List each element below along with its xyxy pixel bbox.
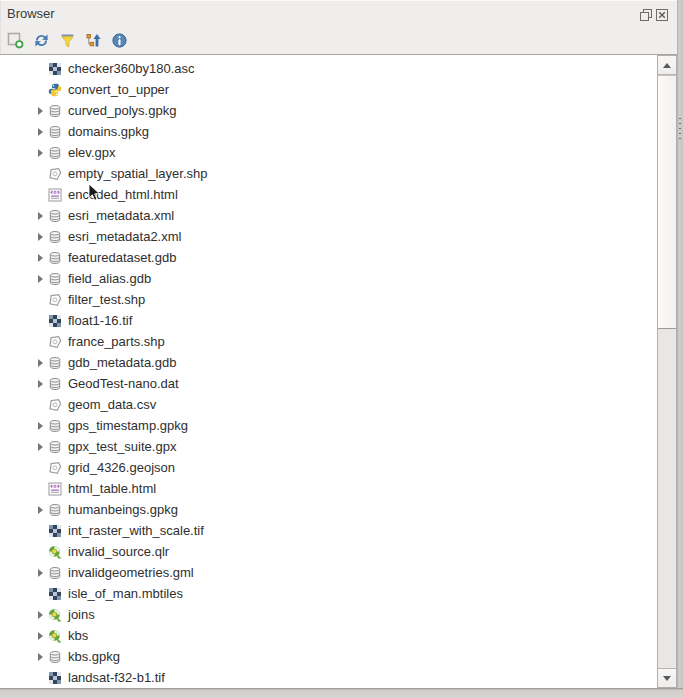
- tree-item[interactable]: esri_metadata.xml: [0, 205, 683, 226]
- tree-item-label: grid_4326.geojson: [68, 460, 175, 475]
- tree-item[interactable]: landsat-f32-b1.tif: [0, 667, 683, 688]
- tree-item-label: humanbeings.gpkg: [68, 502, 178, 517]
- tree-item[interactable]: kbs: [0, 625, 683, 646]
- tree-item[interactable]: GeodTest-nano.dat: [0, 373, 683, 394]
- html-icon: [47, 187, 63, 203]
- browser-tree[interactable]: checker360by180.ascconvert_to_uppercurve…: [0, 54, 683, 688]
- tree-item[interactable]: filter_test.shp: [0, 289, 683, 310]
- chevron-right-icon: [38, 149, 43, 157]
- expand-arrow-icon[interactable]: [33, 212, 47, 220]
- tree-item[interactable]: int_raster_with_scale.tif: [0, 520, 683, 541]
- tree-item[interactable]: curved_polys.gpkg: [0, 100, 683, 121]
- expand-arrow-icon[interactable]: [33, 254, 47, 262]
- expand-arrow-icon[interactable]: [33, 443, 47, 451]
- tree-item[interactable]: field_alias.gdb: [0, 268, 683, 289]
- tree-item-label: landsat-f32-b1.tif: [68, 670, 165, 685]
- tree-item[interactable]: gps_timestamp.gpkg: [0, 415, 683, 436]
- raster-icon: [47, 313, 63, 329]
- tree-item[interactable]: kbs.gpkg: [0, 646, 683, 667]
- tree-item[interactable]: domains.gpkg: [0, 121, 683, 142]
- expand-arrow-icon[interactable]: [33, 632, 47, 640]
- vertical-scrollbar[interactable]: [657, 55, 677, 688]
- expand-arrow-icon[interactable]: [33, 275, 47, 283]
- chevron-right-icon: [38, 254, 43, 262]
- expand-arrow-icon[interactable]: [33, 359, 47, 367]
- expand-arrow-icon[interactable]: [33, 611, 47, 619]
- expand-arrow-icon[interactable]: [33, 380, 47, 388]
- chevron-right-icon: [38, 506, 43, 514]
- tree-item[interactable]: invalidgeometries.gml: [0, 562, 683, 583]
- tree-item[interactable]: humanbeings.gpkg: [0, 499, 683, 520]
- qgis-icon: [47, 628, 63, 644]
- chevron-right-icon: [38, 443, 43, 451]
- database-icon: [47, 565, 63, 581]
- add-selected-layers-button[interactable]: [2, 28, 28, 52]
- expand-arrow-icon[interactable]: [33, 107, 47, 115]
- expand-arrow-icon[interactable]: [33, 422, 47, 430]
- tree-item-label: html_table.html: [68, 481, 156, 496]
- info-icon: [111, 32, 128, 49]
- database-icon: [47, 124, 63, 140]
- scroll-down-button[interactable]: [658, 668, 676, 687]
- tree-item[interactable]: esri_metadata2.xml: [0, 226, 683, 247]
- tree-item[interactable]: gdb_metadata.gdb: [0, 352, 683, 373]
- panel-titlebar: Browser: [0, 0, 677, 27]
- database-icon: [47, 649, 63, 665]
- expand-arrow-icon[interactable]: [33, 506, 47, 514]
- tree-item-label: field_alias.gdb: [68, 271, 151, 286]
- expand-arrow-icon[interactable]: [33, 233, 47, 241]
- expand-arrow-icon[interactable]: [33, 569, 47, 577]
- raster-icon: [47, 586, 63, 602]
- tree-item[interactable]: invalid_source.qlr: [0, 541, 683, 562]
- scrollbar-thumb[interactable]: [658, 75, 676, 329]
- tree-item-label: gdb_metadata.gdb: [68, 355, 176, 370]
- chevron-right-icon: [38, 380, 43, 388]
- vector-icon: [47, 460, 63, 476]
- scroll-down-icon: [663, 676, 671, 681]
- expand-arrow-icon[interactable]: [33, 653, 47, 661]
- raster-icon: [47, 61, 63, 77]
- tree-item-label: elev.gpx: [68, 145, 115, 160]
- database-icon: [47, 103, 63, 119]
- panel-title: Browser: [7, 6, 55, 21]
- tree-item[interactable]: joins: [0, 604, 683, 625]
- tree-item-label: invalid_source.qlr: [68, 544, 169, 559]
- tree-item-label: geom_data.csv: [68, 397, 156, 412]
- collapse-all-button[interactable]: [80, 28, 106, 52]
- database-icon: [47, 208, 63, 224]
- tree-item[interactable]: elev.gpx: [0, 142, 683, 163]
- tree-item[interactable]: checker360by180.asc: [0, 58, 683, 79]
- tree-item[interactable]: float1-16.tif: [0, 310, 683, 331]
- chevron-right-icon: [38, 569, 43, 577]
- expand-arrow-icon[interactable]: [33, 149, 47, 157]
- tree-item-label: kbs: [68, 628, 88, 643]
- show-properties-button[interactable]: [106, 28, 132, 52]
- vector-icon: [47, 166, 63, 182]
- tree-item-label: isle_of_man.mbtiles: [68, 586, 183, 601]
- scroll-up-button[interactable]: [658, 56, 676, 75]
- chevron-right-icon: [38, 632, 43, 640]
- tree-item[interactable]: html_table.html: [0, 478, 683, 499]
- tree-item-label: esri_metadata2.xml: [68, 229, 181, 244]
- add-layer-icon: [7, 32, 24, 49]
- tree-item-label: convert_to_upper: [68, 82, 169, 97]
- tree-item[interactable]: france_parts.shp: [0, 331, 683, 352]
- undock-panel-button[interactable]: [639, 8, 653, 22]
- tree-item[interactable]: geom_data.csv: [0, 394, 683, 415]
- tree-item[interactable]: isle_of_man.mbtiles: [0, 583, 683, 604]
- tree-item[interactable]: gpx_test_suite.gpx: [0, 436, 683, 457]
- tree-item[interactable]: grid_4326.geojson: [0, 457, 683, 478]
- chevron-right-icon: [38, 653, 43, 661]
- filter-browser-button[interactable]: [54, 28, 80, 52]
- panel-window-buttons: [639, 8, 669, 22]
- close-panel-button[interactable]: [655, 8, 669, 22]
- chevron-right-icon: [38, 233, 43, 241]
- refresh-button[interactable]: [28, 28, 54, 52]
- tree-item[interactable]: empty_spatial_layer.shp: [0, 163, 683, 184]
- tree-item[interactable]: featuredataset.gdb: [0, 247, 683, 268]
- panel-splitter[interactable]: [677, 0, 683, 698]
- tree-item[interactable]: convert_to_upper: [0, 79, 683, 100]
- tree-item[interactable]: encoded_html.html: [0, 184, 683, 205]
- expand-arrow-icon[interactable]: [33, 128, 47, 136]
- tree-item-label: float1-16.tif: [68, 313, 132, 328]
